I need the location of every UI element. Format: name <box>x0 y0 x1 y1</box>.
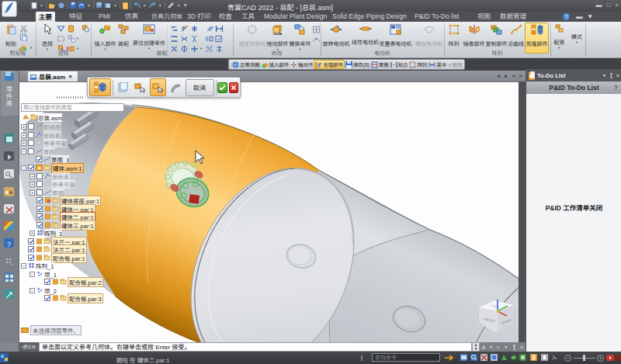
svg-text:?: ? <box>7 241 11 248</box>
